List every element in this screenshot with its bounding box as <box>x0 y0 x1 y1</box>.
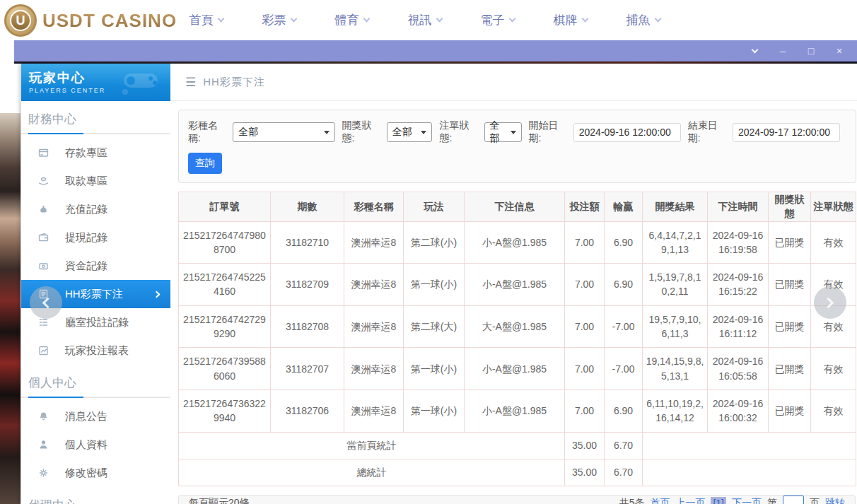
sidebar-item-profile[interactable]: 個人資料 <box>21 430 170 459</box>
table-cell: 小-A盤@1.985 <box>465 389 565 432</box>
sidebar-item-withdraw[interactable]: 取款專區 <box>21 167 170 195</box>
table-cell: 7.00 <box>565 221 605 264</box>
next-page-link[interactable]: 下一页 <box>732 497 762 504</box>
table-cell: 已開獎 <box>769 264 811 306</box>
page-jump-input[interactable] <box>783 496 804 504</box>
table-cell: 有效 <box>811 348 856 390</box>
chevron-down-icon <box>581 16 588 23</box>
jump-go-link[interactable]: 跳转 <box>825 497 845 504</box>
gamepad-icon <box>118 68 163 96</box>
table-cell: 澳洲幸运8 <box>344 264 404 306</box>
table-cell: -7.00 <box>605 348 643 390</box>
window-minimize-icon[interactable]: – <box>778 46 788 56</box>
column-header: 訂單號 <box>179 192 271 222</box>
sidebar-item-label: 個人資料 <box>65 438 107 452</box>
table-cell: 已開獎 <box>769 305 811 348</box>
section-divider <box>21 133 170 134</box>
table-cell: 已開獎 <box>769 389 811 432</box>
main-content: ☰ HH彩票下注 彩種名稱: 全部 開獎狀態: 全部 注單狀態: 全部 開始日期… <box>170 64 857 504</box>
current-page-badge: [1] <box>711 497 726 504</box>
summary-label: 當前頁統計 <box>179 432 565 459</box>
sidebar-item-announcements[interactable]: 消息公告 <box>21 402 170 430</box>
sidebar-item-label: 存款專區 <box>65 146 107 160</box>
select-value: 全部 <box>392 126 412 139</box>
menu-item-sports[interactable]: 體育 <box>315 12 388 28</box>
site-navbar: U USDT CASINO 首頁 彩票 體育 視訊 電子 棋牌 捕魚 <box>0 0 857 40</box>
column-header: 彩種名稱 <box>344 192 404 222</box>
menu-label: 棋牌 <box>554 12 578 28</box>
column-header: 開獎結果 <box>643 192 708 222</box>
menu-item-video[interactable]: 視訊 <box>388 12 461 28</box>
sidebar-item-recharge-record[interactable]: 充值記錄 <box>21 195 170 223</box>
table-cell: -7.00 <box>605 305 643 348</box>
sidebar-item-player-bet-report[interactable]: 玩家投注報表 <box>21 336 170 365</box>
sidebar-item-withdraw-record[interactable]: 提現記錄 <box>21 223 170 252</box>
table-cell: 7.00 <box>565 389 605 432</box>
hamburger-icon[interactable]: ☰ <box>185 75 196 90</box>
table-cell: 澳洲幸运8 <box>344 305 404 348</box>
table-summary: 當前頁統計 35.00 6.70 總統計 35.00 6.70 <box>179 432 856 486</box>
table-row: 215217264745225416031182709澳洲幸运8第一球(小)小-… <box>179 264 856 306</box>
start-date-input[interactable] <box>573 123 681 142</box>
chevron-down-icon <box>654 16 661 23</box>
menu-label: 視訊 <box>408 12 432 28</box>
menu-item-lottery[interactable]: 彩票 <box>243 12 315 28</box>
lottery-select[interactable]: 全部 <box>233 122 334 142</box>
carousel-right-button[interactable] <box>814 286 846 319</box>
table-cell: 第一球(小) <box>404 348 465 390</box>
menu-item-fishing[interactable]: 捕魚 <box>607 12 680 28</box>
table-cell: 有效 <box>811 221 856 264</box>
order-status-filter-label: 注單狀態: <box>439 119 480 145</box>
table-cell: 6,4,14,7,2,19,1,13 <box>643 221 708 264</box>
sidebar-item-label: 取款專區 <box>65 175 107 188</box>
menu-item-cards[interactable]: 棋牌 <box>534 12 607 28</box>
chevron-down-icon <box>217 16 224 23</box>
table-cell: 澳洲幸运8 <box>344 221 404 264</box>
menu-item-home[interactable]: 首頁 <box>170 12 243 28</box>
card-icon <box>37 147 49 158</box>
sidebar-item-label: 廳室投註記錄 <box>65 316 129 329</box>
window-dropdown-icon[interactable] <box>750 46 759 56</box>
site-logo[interactable]: U USDT CASINO <box>4 4 177 37</box>
summary-bet-total: 35.00 <box>565 459 605 486</box>
sidebar-item-change-password[interactable]: 修改密碼 <box>21 459 170 487</box>
menu-label: 首頁 <box>190 12 214 28</box>
summary-bet-total: 35.00 <box>565 432 605 459</box>
prev-page-link[interactable]: 上一页 <box>675 497 705 504</box>
bets-table: 訂單號 期數 彩種名稱 玩法 下注信息 投注額 輸贏 開獎結果 下注時間 開獎狀… <box>178 192 856 486</box>
draw-status-filter-label: 開獎狀態: <box>342 119 383 145</box>
table-cell: 19,5,7,9,10,6,11,3 <box>643 305 708 348</box>
window-titlebar: – □ × <box>14 40 857 61</box>
money-bag-icon <box>37 204 49 215</box>
sidebar-item-label: 充值記錄 <box>65 203 107 216</box>
window-maximize-icon[interactable]: □ <box>806 46 816 56</box>
filter-panel: 彩種名稱: 全部 開獎狀態: 全部 注單狀態: 全部 開始日期: 結束日期: 查… <box>178 110 856 183</box>
table-cell: 31182709 <box>271 264 344 306</box>
pagination: 共5条 首页 上一页 [1] 下一页 第 页 跳转 <box>619 496 845 504</box>
chevron-right-icon <box>153 291 161 298</box>
table-header-row: 訂單號 期數 彩種名稱 玩法 下注信息 投注額 輸贏 開獎結果 下注時間 開獎狀… <box>179 192 856 222</box>
window-close-icon[interactable]: × <box>834 46 844 56</box>
search-button[interactable]: 查詢 <box>188 153 222 174</box>
first-page-link[interactable]: 首页 <box>650 497 670 504</box>
table-cell: 第二球(小) <box>404 221 465 264</box>
sidebar-item-label: 玩家投注報表 <box>65 344 129 358</box>
sidebar-header: 玩家中心 PLAYERS CENTER <box>21 64 170 101</box>
caret-down-icon <box>421 131 426 134</box>
table-cell: 小-A盤@1.985 <box>465 221 565 264</box>
select-value: 全部 <box>238 126 258 139</box>
end-date-input[interactable] <box>733 123 840 142</box>
menu-item-slots[interactable]: 電子 <box>461 12 534 28</box>
sidebar-item-funds-record[interactable]: 資金記錄 <box>21 252 170 280</box>
column-header: 開獎狀態 <box>769 192 811 222</box>
column-header: 輸贏 <box>605 192 643 222</box>
table-cell: 6.90 <box>605 221 643 264</box>
sidebar-item-deposit[interactable]: 存款專區 <box>21 139 170 167</box>
table-row: 215217264747980870031182710澳洲幸运8第二球(小)小-… <box>179 221 856 264</box>
chevron-down-icon <box>436 16 443 23</box>
carousel-left-button[interactable] <box>30 286 62 319</box>
order-status-select[interactable]: 全部 <box>484 122 522 142</box>
menu-label: 彩票 <box>262 12 286 28</box>
table-cell: 已開獎 <box>769 348 811 390</box>
draw-status-select[interactable]: 全部 <box>387 122 433 142</box>
